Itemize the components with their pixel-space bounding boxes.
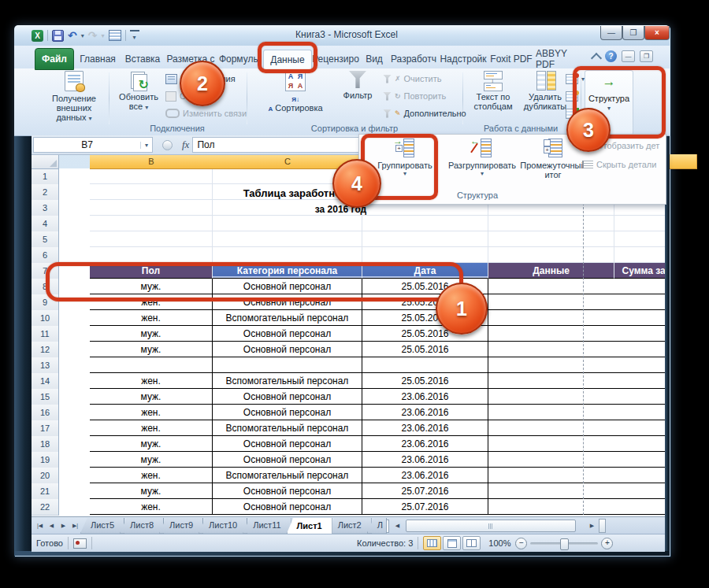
row-header[interactable]: 12 [32, 342, 59, 358]
undo-dropdown-icon[interactable]: ▾ [81, 32, 84, 39]
grid-cell[interactable]: 23.06.2016 [362, 389, 488, 405]
grid-cell[interactable]: Основной персонал [213, 483, 362, 499]
grid-cell[interactable]: 23.06.2016 [362, 405, 488, 420]
grid-cell[interactable]: Вспомогательный персонал [213, 420, 362, 436]
grid-cell[interactable] [90, 216, 213, 231]
grid-cell[interactable] [213, 357, 362, 373]
row-header[interactable]: 15 [32, 389, 59, 405]
grid-cell[interactable] [90, 357, 213, 373]
row-header[interactable]: 5 [32, 231, 59, 248]
grid-cell[interactable] [362, 216, 488, 231]
sheet-tab-лист2[interactable]: Лист2 [328, 518, 372, 534]
row-header[interactable]: 17 [32, 420, 59, 437]
sheet-tab-лист11[interactable]: Лист11 [243, 518, 291, 534]
name-box[interactable]: B7 ▾ [33, 137, 153, 153]
grid-cell[interactable] [488, 342, 614, 357]
row-header[interactable]: 11 [32, 326, 59, 342]
grid-cell[interactable] [488, 499, 614, 515]
row-header[interactable]: 2 [32, 184, 59, 201]
grid-cell[interactable] [488, 373, 614, 389]
select-all-corner[interactable] [32, 154, 59, 169]
grid-cell[interactable]: муж. [90, 342, 213, 357]
ribbon-tab-формулы[interactable]: Формулы [218, 50, 261, 68]
grid-cell[interactable]: 18 [614, 294, 665, 310]
hscroll-thumb[interactable] [406, 520, 576, 532]
row-header[interactable]: 10 [32, 310, 59, 327]
grid-cell[interactable]: 23.06.2016 [362, 468, 488, 483]
grid-cell[interactable] [488, 231, 614, 247]
save-icon[interactable] [52, 30, 64, 42]
minimize-button[interactable]: — [600, 26, 622, 40]
grid-cell[interactable]: Основной персонал [213, 452, 362, 468]
grid-cell[interactable] [488, 436, 614, 452]
grid-cell[interactable] [614, 231, 665, 247]
grid-cell[interactable] [488, 216, 614, 231]
grid-cell[interactable]: Сумма зарабо [614, 263, 665, 279]
grid-cell[interactable]: 17 [614, 499, 665, 515]
row-header[interactable]: 3 [32, 200, 59, 216]
maximize-button[interactable]: ❐ [622, 26, 644, 40]
column-header[interactable]: B [90, 154, 213, 169]
grid-cell[interactable]: 23.06.2016 [362, 420, 488, 436]
grid-cell[interactable] [614, 216, 665, 231]
page-layout-view-button[interactable] [443, 536, 461, 550]
sheet-tab-лист8[interactable]: Лист8 [120, 518, 164, 534]
grid-cell[interactable]: Основной персонал [213, 342, 362, 357]
zoom-slider[interactable] [530, 542, 598, 545]
close-button[interactable]: × [644, 26, 670, 40]
grid-cell[interactable] [90, 168, 213, 184]
grid-cell[interactable]: 25.07.2016 [362, 483, 488, 499]
row-header[interactable]: 16 [32, 405, 59, 421]
grid-cell[interactable]: Основной персонал [213, 436, 362, 452]
normal-view-button[interactable] [423, 536, 441, 550]
grid-cell[interactable] [90, 247, 213, 263]
grid-cell[interactable] [213, 231, 362, 247]
grid-cell[interactable]: Вспомогательный персонал [213, 373, 362, 389]
remove-duplicates-button[interactable]: Удалить дубликаты [520, 71, 570, 111]
workbook-restore-icon[interactable]: ❐ [640, 50, 653, 62]
filter-button[interactable]: Фильтр [337, 71, 378, 100]
sheet-tab-лист5[interactable]: Лист5 [80, 518, 124, 534]
undo-icon[interactable]: ↶ [68, 31, 77, 40]
grid-cell[interactable]: 18 [614, 405, 665, 420]
grid-cell[interactable] [488, 420, 614, 436]
grid-cell[interactable] [488, 279, 614, 294]
prev-sheet-icon[interactable]: ◀ [46, 520, 57, 531]
grid-cell[interactable]: 25.07.2016 [362, 499, 488, 515]
sheet-tab-лист1[interactable]: Лист1 [287, 518, 332, 534]
ribbon-tab-вид[interactable]: Вид [361, 50, 388, 68]
hscroll-splitter[interactable] [599, 519, 606, 533]
grid-cell[interactable] [488, 310, 614, 326]
ribbon-tab-разработч[interactable]: Разработч [390, 50, 437, 68]
grid-cell[interactable]: 2 [614, 279, 665, 294]
hscroll-right-icon[interactable]: ▶ [587, 520, 597, 531]
zoom-in-icon[interactable]: + [601, 538, 613, 549]
grid-cell[interactable]: жен. [90, 405, 213, 420]
grid-cell[interactable]: 2 [614, 389, 665, 405]
customize-toolbar-icon[interactable]: ▾ [130, 30, 139, 41]
grid-cell[interactable] [488, 247, 614, 263]
grid-cell[interactable] [488, 405, 614, 420]
grid-cell[interactable] [213, 216, 362, 231]
grid-cell[interactable]: Основной персонал [213, 326, 362, 342]
grid-cell[interactable]: 9 [614, 468, 665, 483]
macro-record-icon[interactable] [73, 538, 87, 549]
grid-cell[interactable]: 3. [614, 436, 665, 452]
grid-cell[interactable]: 9 [614, 373, 665, 389]
grid-cell[interactable]: жен. [90, 310, 213, 326]
grid-cell[interactable] [488, 452, 614, 468]
grid-cell[interactable] [90, 200, 213, 216]
row-header[interactable]: 19 [32, 452, 59, 468]
worksheet-grid[interactable]: 1234567ПолКатегория персоналаДатаДанныеС… [32, 168, 665, 516]
table-view-icon[interactable] [109, 30, 121, 41]
minimize-ribbon-icon[interactable] [591, 52, 602, 63]
grid-cell[interactable]: 16 [614, 310, 665, 326]
row-header[interactable]: 13 [32, 357, 59, 374]
grid-cell[interactable] [488, 294, 614, 310]
grid-cell[interactable]: жен. [90, 499, 213, 515]
formula-bar-collapse-icon[interactable] [162, 140, 173, 150]
sheet-tab-лист10[interactable]: Лист10 [199, 518, 247, 534]
grid-cell[interactable]: Основной персонал [213, 499, 362, 515]
grid-cell[interactable]: 11 [614, 420, 665, 436]
advanced-filter-button[interactable]: ✎Дополнительно [383, 106, 466, 120]
